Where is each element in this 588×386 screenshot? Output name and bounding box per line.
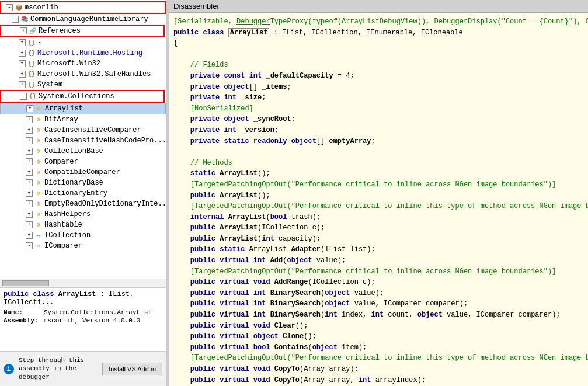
- tree-node-references[interactable]: + 🔗 References: [0, 25, 165, 37]
- expand-dictentry[interactable]: +: [26, 190, 33, 197]
- ns-msruntime-icon: {}: [27, 48, 36, 58]
- cic-label: CaseInsensitiveComparer: [44, 126, 141, 134]
- code-line-static-ctor: static ArrayList();: [173, 168, 583, 179]
- dictentry-label: DictionaryEntry: [44, 189, 107, 197]
- references-label: References: [39, 27, 81, 35]
- compatcomp-label: CompatibleComparer: [44, 168, 120, 176]
- class-cihcp-icon: ⚙: [34, 136, 43, 145]
- code-line-methods: // Methods: [173, 158, 583, 169]
- ms-win32-safe-label: Microsoft.Win32.SafeHandles: [37, 70, 151, 78]
- system-collections-label: System.Collections: [39, 92, 114, 100]
- name-label: Name:: [4, 309, 41, 316]
- class-info-panel: public class ArrayList : IList, ICollect…: [0, 287, 166, 351]
- expand-hashhelpers[interactable]: +: [26, 211, 33, 218]
- icomparer-label: IComparer: [44, 242, 82, 250]
- code-line-syncroot: private object _syncRoot;: [173, 114, 583, 125]
- tree-node-cihcp[interactable]: + ⚙ CaseInsensitiveHashCodePro...: [0, 135, 166, 146]
- expand-cic[interactable]: +: [26, 127, 33, 134]
- tree-node-hashhelpers[interactable]: + ⚙ HashHelpers: [0, 209, 166, 220]
- code-line-copyto2: public virtual void CopyTo(Array array, …: [173, 375, 583, 386]
- code-line-2: public class ArrayList : IList, ICollect…: [173, 27, 583, 39]
- class-dictbase-icon: ⚙: [34, 178, 43, 187]
- tree-node-hashtable[interactable]: + ⚙ Hashtable: [0, 220, 166, 230]
- dictbase-label: DictionaryBase: [44, 179, 103, 187]
- tree-node-system[interactable]: + {} System: [0, 79, 166, 90]
- system-label: System: [37, 81, 62, 89]
- code-line-ctor-pub: public ArrayList();: [173, 190, 583, 201]
- expand-dash[interactable]: +: [19, 39, 26, 46]
- tree-node-compatiblecomparer[interactable]: + ⚙ CompatibleComparer: [0, 167, 166, 178]
- class-dictentry-icon: ⚙: [34, 189, 43, 198]
- expand-compatcomp[interactable]: +: [26, 169, 33, 176]
- expand-mscorlib[interactable]: -: [6, 4, 13, 11]
- emptyro-label: EmptyReadOnlyDictionaryInte...: [44, 200, 166, 208]
- bottom-bar: i Step through thisassembly in thedebugg…: [0, 351, 166, 386]
- expand-arraylist[interactable]: +: [26, 105, 33, 112]
- code-line-contains: public virtual bool Contains(object item…: [173, 342, 583, 353]
- comparer-label: Comparer: [44, 158, 78, 166]
- tree-node-system-collections[interactable]: - {} System.Collections: [0, 90, 165, 103]
- tree-node-mscorlib[interactable]: - 📦 mscorlib: [0, 1, 166, 14]
- class-collbase-icon: ⚙: [34, 147, 43, 156]
- dash-label: -: [37, 39, 41, 47]
- expand-icomparer[interactable]: -: [26, 242, 33, 249]
- tree-hscroll[interactable]: [0, 279, 166, 287]
- tree-node-icollection[interactable]: + ↔ ICollection: [0, 230, 166, 241]
- tree-node-icomparer[interactable]: - ↔ IComparer: [0, 241, 166, 251]
- disassembler-content[interactable]: [Serializable, DebuggerTypeProxy(typeof(…: [169, 13, 588, 386]
- expand-emptyro[interactable]: +: [26, 200, 33, 207]
- code-line-clear: public virtual void Clear();: [173, 321, 583, 332]
- expand-references[interactable]: +: [20, 27, 27, 34]
- code-line-ctor-internal: internal ArrayList(bool trash);: [173, 212, 583, 223]
- expand-system[interactable]: +: [19, 81, 26, 88]
- expand-cihcp[interactable]: +: [26, 137, 33, 144]
- tree-node-microsoft-runtime[interactable]: + {} Microsoft.Runtime.Hosting: [0, 48, 166, 58]
- tree-node-emptyreadonly[interactable]: + ⚙ EmptyReadOnlyDictionaryInte...: [0, 199, 166, 209]
- class-cic-icon: ⚙: [34, 126, 43, 135]
- mscorlib-label: mscorlib: [25, 4, 58, 12]
- expand-comparer[interactable]: +: [26, 158, 33, 165]
- commonlang-label: CommonLanguageRuntimeLibrary: [30, 15, 148, 23]
- code-line-emptyarray: private static readonly object[] emptyAr…: [173, 136, 583, 147]
- tree-node-dictionarybase[interactable]: + ⚙ DictionaryBase: [0, 178, 166, 188]
- tree-node-bitarray[interactable]: + ⚙ BitArray: [0, 114, 166, 125]
- expand-collbase[interactable]: +: [26, 148, 33, 155]
- tree-node-dictionaryentry[interactable]: + ⚙ DictionaryEntry: [0, 188, 166, 199]
- expand-icollection[interactable]: +: [26, 232, 33, 239]
- tree-node-commonlang[interactable]: - 📚 CommonLanguageRuntimeLibrary: [0, 14, 166, 25]
- tree-node-comparer[interactable]: + ⚙ Comparer: [0, 157, 166, 167]
- ms-runtime-label: Microsoft.Runtime.Hosting: [37, 49, 142, 57]
- code-line-adapter: public static ArrayList Adapter(IList li…: [173, 244, 583, 255]
- class-comparer-icon: ⚙: [34, 157, 43, 166]
- references-icon: 🔗: [28, 26, 37, 36]
- tree-node-microsoft-win32-safe[interactable]: + {} Microsoft.Win32.SafeHandles: [0, 69, 166, 79]
- expand-ms-win32[interactable]: +: [19, 60, 26, 67]
- expand-system-collections[interactable]: -: [20, 93, 27, 100]
- code-line-size: private int _size;: [173, 92, 583, 103]
- expand-dictbase[interactable]: +: [26, 179, 33, 186]
- code-line-items: private object[] _items;: [173, 82, 583, 93]
- code-line-blank1: [173, 49, 583, 60]
- tree-node-dash[interactable]: + {} -: [0, 37, 166, 48]
- tree-node-microsoft-win32[interactable]: + {} Microsoft.Win32: [0, 58, 166, 69]
- tree-node-caseinsensitivecomparer[interactable]: + ⚙ CaseInsensitiveComparer: [0, 125, 166, 135]
- code-line-ctor-icol: public ArrayList(ICollection c);: [173, 222, 583, 234]
- install-btn[interactable]: Install VS Add-in: [102, 363, 162, 375]
- info-icon: i: [4, 364, 14, 374]
- code-line-ctor-int: public ArrayList(int capacity);: [173, 234, 583, 245]
- collbase-label: CollectionBase: [44, 147, 103, 155]
- cihcp-label: CaseInsensitiveHashCodePro...: [44, 137, 166, 145]
- expand-bitarray[interactable]: +: [26, 116, 33, 123]
- tree-hscroll-thumb[interactable]: [2, 280, 49, 286]
- ns-syscol-icon: {}: [28, 92, 37, 101]
- code-line-addrange: public virtual void AddRange(ICollection…: [173, 277, 583, 288]
- expand-commonlang[interactable]: -: [12, 16, 19, 23]
- tree-area[interactable]: - 📦 mscorlib - 📚 CommonLanguageRuntimeLi…: [0, 0, 166, 279]
- expand-hashtable[interactable]: +: [26, 221, 33, 228]
- expand-ms-runtime[interactable]: +: [19, 50, 26, 57]
- expand-ms-win32-safe[interactable]: +: [19, 71, 26, 78]
- tree-node-collectionbase[interactable]: + ⚙ CollectionBase: [0, 146, 166, 157]
- ns-system-icon: {}: [27, 80, 36, 89]
- tree-node-arraylist[interactable]: + ⚙ ArrayList: [0, 103, 166, 114]
- assembly-icon: 📦: [14, 3, 23, 12]
